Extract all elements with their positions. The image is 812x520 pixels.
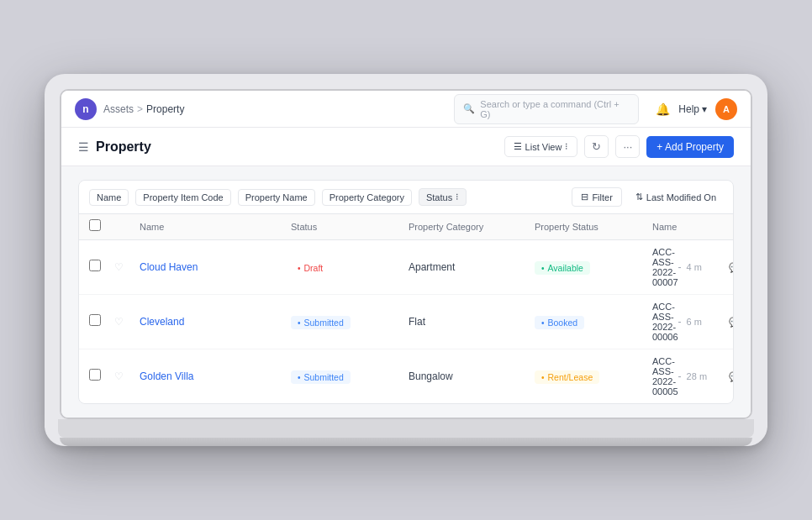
category-cell: Apartment (409, 261, 535, 273)
status-badge: Submitted (291, 316, 351, 329)
filter-chip-property-category[interactable]: Property Category (322, 189, 412, 206)
row-name[interactable]: Cloud Haven (140, 261, 291, 273)
filter-icon: ⊟ (581, 192, 588, 202)
filter-chip-property-item-code-label: Property Item Code (143, 192, 223, 202)
filter-chip-status[interactable]: Status ⁝ (419, 188, 467, 206)
dash-cell: - (678, 261, 682, 273)
filter-chip-status-label: Status (426, 192, 452, 202)
filter-button[interactable]: ⊟ Filter (572, 187, 621, 207)
filter-chip-property-name-label: Property Name (245, 192, 308, 202)
dash-cell: - (678, 370, 682, 382)
breadcrumb-separator: > (137, 103, 143, 115)
main-content: Name Property Item Code Property Name Pr… (61, 166, 751, 418)
col-header-property-category: Property Category (409, 222, 535, 232)
property-status-badge: Available (535, 261, 590, 275)
table-body: ♡ Cloud Haven Draft Apartment Available … (79, 240, 733, 403)
favorite-icon[interactable]: ♡ (114, 316, 140, 328)
col-checkbox[interactable] (89, 219, 114, 234)
code-cell: ACC-ASS-2022-00007 (652, 247, 678, 287)
row-checkbox[interactable] (89, 260, 101, 271)
table-container: Name Property Item Code Property Name Pr… (78, 180, 734, 404)
list-view-label: List View (525, 142, 562, 152)
breadcrumb: Assets > Property (103, 103, 184, 115)
table-row[interactable]: ♡ Cloud Haven Draft Apartment Available … (79, 240, 733, 295)
search-icon: 🔍 (463, 103, 475, 114)
col-header-property-status: Property Status (535, 222, 652, 232)
table-row[interactable]: ♡ Cleveland Submitted Flat Booked ACC-AS… (79, 295, 733, 349)
laptop-bottom (58, 419, 754, 438)
select-all-checkbox[interactable] (89, 219, 101, 231)
time-cell: 28 m (687, 371, 707, 381)
code-cell: ACC-ASS-2022-00006 (652, 302, 678, 342)
search-bar[interactable]: 🔍 Search or type a command (Ctrl + G) (454, 94, 639, 124)
comment-icon: 💬 (729, 371, 734, 382)
category-cell: Bungalow (409, 370, 535, 382)
filter-chip-name-label: Name (97, 192, 121, 202)
col-header-status: Status (291, 222, 409, 232)
filter-chip-property-category-label: Property Category (330, 192, 404, 202)
nav-actions: 🔔 Help ▾ A (656, 98, 737, 120)
sort-label: Last Modified On (646, 192, 716, 202)
row-checkbox[interactable] (89, 369, 101, 381)
refresh-button[interactable]: ↻ (584, 135, 609, 158)
page-title-wrap: ☰ Property (78, 139, 151, 155)
list-view-button[interactable]: ☰ List View ⁝ (504, 136, 578, 157)
status-badge: Submitted (291, 370, 351, 384)
add-property-button[interactable]: + Add Property (646, 136, 734, 158)
header-actions: ☰ List View ⁝ ↻ ··· + Add Property (504, 135, 734, 158)
help-label: Help (678, 103, 699, 115)
category-cell: Flat (409, 316, 535, 328)
favorite-icon[interactable]: ♡ (114, 261, 140, 273)
row-checkbox[interactable] (89, 314, 101, 326)
comment-cell: 💬 0 (729, 371, 734, 382)
row-name[interactable]: Cleveland (140, 316, 291, 328)
dash-cell: - (678, 316, 682, 328)
row-count: 3 of 3 (727, 222, 734, 232)
property-status-badge: Rent/Lease (535, 370, 599, 384)
filter-chip-property-item-code[interactable]: Property Item Code (135, 189, 230, 206)
topnav: n Assets > Property 🔍 Search or type a c… (61, 91, 751, 128)
bell-icon[interactable]: 🔔 (656, 102, 670, 116)
filter-row: Name Property Item Code Property Name Pr… (79, 181, 733, 214)
comment-cell: 💬 0 (729, 317, 734, 328)
filter-chip-property-name[interactable]: Property Name (238, 189, 315, 206)
help-chevron-icon: ▾ (702, 103, 707, 115)
property-status-badge: Booked (535, 316, 584, 329)
nav-logo[interactable]: n (75, 98, 97, 120)
table-row[interactable]: ♡ Golden Villa Submitted Bungalow Rent/L… (79, 349, 733, 403)
table-head: Name Status Property Category Property S… (79, 214, 733, 240)
more-options-button[interactable]: ··· (615, 135, 640, 158)
breadcrumb-current: Property (146, 103, 184, 115)
comment-icon: 💬 (729, 262, 734, 273)
row-checkbox-cell (89, 369, 114, 384)
page-title: Property (96, 139, 151, 155)
row-checkbox-cell (89, 260, 114, 275)
avatar[interactable]: A (715, 98, 737, 120)
filter-chip-status-chevron-icon: ⁝ (456, 192, 459, 202)
favorite-icon[interactable]: ♡ (114, 370, 140, 382)
help-menu[interactable]: Help ▾ (678, 103, 707, 115)
list-view-chevron-icon: ⁝ (565, 141, 568, 152)
page-header: ☰ Property ☰ List View ⁝ ↻ ··· + Add Pro… (61, 128, 751, 166)
list-icon: ☰ (514, 141, 522, 152)
time-cell: 4 m (687, 262, 702, 272)
status-badge: Draft (291, 261, 330, 275)
col-header-name: Name (140, 222, 291, 232)
sort-button[interactable]: ⇅ Last Modified On (629, 188, 723, 206)
filter-label: Filter (592, 192, 612, 202)
hamburger-icon[interactable]: ☰ (78, 140, 89, 154)
time-cell: 6 m (687, 317, 702, 327)
breadcrumb-parent[interactable]: Assets (103, 103, 134, 115)
laptop-base (60, 438, 752, 446)
sort-icon: ⇅ (635, 192, 643, 202)
code-cell: ACC-ASS-2022-00005 (652, 356, 678, 397)
row-checkbox-cell (89, 314, 114, 329)
comment-icon: 💬 (729, 317, 734, 328)
filter-chip-name[interactable]: Name (89, 189, 129, 206)
comment-cell: 💬 0 (729, 262, 734, 273)
row-name[interactable]: Golden Villa (140, 370, 291, 382)
col-header-code: Name (652, 222, 677, 232)
search-placeholder: Search or type a command (Ctrl + G) (480, 99, 630, 119)
